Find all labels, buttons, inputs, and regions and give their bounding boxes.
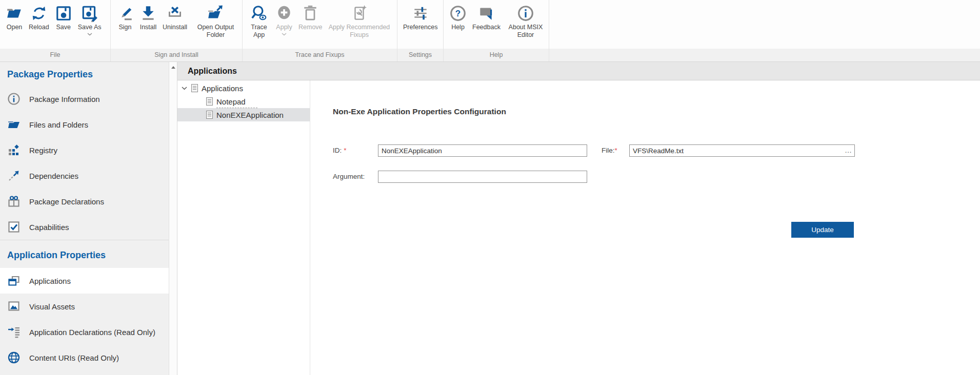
sidebar-item-package-declarations[interactable]: Package Declarations bbox=[0, 189, 169, 214]
apply-recommended-fixups-button-label: Apply Recommended Fixups bbox=[328, 24, 391, 39]
ribbon-group-sign-install-label: Sign and Install bbox=[111, 49, 242, 61]
sidebar-item-label: Capabilities bbox=[29, 223, 69, 232]
feedback-button-label: Feedback bbox=[472, 24, 501, 31]
open-folder-icon bbox=[6, 3, 23, 24]
open-button[interactable]: Open bbox=[3, 3, 26, 49]
document-icon bbox=[191, 84, 198, 92]
help-button[interactable]: ? Help bbox=[447, 3, 469, 49]
install-arrow-icon bbox=[139, 3, 157, 24]
ribbon-group-file-buttons: Open Reload Save bbox=[0, 0, 110, 49]
save-as-button[interactable]: Save As bbox=[75, 3, 104, 49]
apply-recommended-fixups-button: Apply Recommended Fixups bbox=[326, 3, 393, 49]
file-input[interactable] bbox=[629, 144, 855, 157]
help-button-label: Help bbox=[451, 24, 465, 31]
scrollbar-up-button[interactable] bbox=[169, 62, 177, 72]
tree-node-label: Applications bbox=[202, 84, 243, 93]
ribbon-filler-band bbox=[549, 49, 980, 61]
required-asterisk: * bbox=[344, 147, 346, 154]
feedback-button[interactable]: Feedback bbox=[470, 3, 503, 49]
globe-icon bbox=[7, 351, 21, 364]
ribbon-filler-space bbox=[549, 0, 980, 49]
install-button[interactable]: Install bbox=[137, 3, 159, 49]
ribbon-filler bbox=[549, 0, 980, 61]
update-button[interactable]: Update bbox=[791, 222, 854, 238]
reload-icon bbox=[30, 3, 48, 24]
chevron-down-icon bbox=[282, 33, 287, 36]
sidebar-item-capabilities[interactable]: Capabilities bbox=[0, 214, 169, 240]
install-button-label: Install bbox=[140, 24, 157, 31]
sidebar-item-applications[interactable]: Applications bbox=[0, 268, 169, 294]
rename-underline bbox=[216, 108, 257, 108]
sidebar-item-package-information[interactable]: Package Information bbox=[0, 86, 169, 112]
ribbon-group-file-label: File bbox=[0, 49, 110, 61]
msix-editor-window: Open Reload Save bbox=[0, 0, 980, 375]
open-output-folder-button[interactable]: Open Output Folder bbox=[190, 3, 241, 49]
reload-button-label: Reload bbox=[29, 24, 49, 31]
gift-icon bbox=[7, 195, 21, 208]
image-icon bbox=[7, 300, 21, 313]
id-input[interactable] bbox=[378, 144, 587, 157]
sign-pencil-icon bbox=[116, 3, 134, 24]
remove-button-label: Remove bbox=[298, 24, 323, 31]
sidebar-item-registry[interactable]: Registry bbox=[0, 137, 169, 163]
fixups-doc-icon bbox=[351, 3, 368, 24]
sidebar-item-application-declarations[interactable]: Application Declarations (Read Only) bbox=[0, 319, 169, 345]
tree-node-nonexeapplication[interactable]: NonEXEApplication bbox=[177, 108, 310, 121]
apply-button: Apply bbox=[273, 3, 295, 49]
sidebar-item-label: Package Information bbox=[29, 95, 100, 103]
browse-file-button[interactable]: … bbox=[845, 145, 852, 155]
sidebar-section-application-properties: Application Properties Applications Visu… bbox=[0, 240, 169, 370]
required-asterisk: * bbox=[615, 147, 617, 154]
uninstall-button[interactable]: Uninstall bbox=[160, 3, 190, 49]
about-msix-editor-button[interactable]: About MSIX Editor bbox=[504, 3, 548, 49]
sidebar-item-label: Package Declarations bbox=[29, 197, 104, 206]
open-output-folder-button-label: Open Output Folder bbox=[193, 24, 238, 39]
save-icon bbox=[55, 3, 72, 24]
sidebar-item-label: Content URIs (Read Only) bbox=[29, 353, 119, 362]
reload-button[interactable]: Reload bbox=[26, 3, 52, 49]
ribbon-group-help-buttons: ? Help Feedback About MSIX Editor bbox=[444, 0, 549, 49]
ribbon-group-help: ? Help Feedback About MSIX Editor bbox=[444, 0, 549, 61]
checkbox-icon bbox=[7, 220, 21, 234]
tree-node-applications[interactable]: Applications bbox=[177, 81, 310, 95]
open-button-label: Open bbox=[7, 24, 23, 31]
trace-app-button-label: Trace App bbox=[248, 24, 270, 39]
argument-field-label: Argument: bbox=[333, 173, 365, 180]
page-title-bar: Applications bbox=[177, 62, 980, 80]
tree-node-label: NonEXEApplication bbox=[216, 111, 284, 119]
ribbon-group-settings-label: Settings bbox=[397, 49, 443, 61]
sidebar-item-dependencies[interactable]: Dependencies bbox=[0, 163, 169, 189]
sidebar-scrollbar[interactable] bbox=[169, 62, 177, 375]
sidebar-item-files-and-folders[interactable]: Files and Folders bbox=[0, 112, 169, 137]
preferences-button[interactable]: Preferences bbox=[401, 3, 440, 49]
apply-button-label: Apply bbox=[276, 24, 292, 31]
svg-text:?: ? bbox=[455, 9, 461, 18]
ribbon-group-settings-buttons: Preferences bbox=[397, 0, 443, 49]
navigation-sidebar: Package Properties Package Information F… bbox=[0, 62, 169, 375]
save-button[interactable]: Save bbox=[52, 3, 75, 49]
id-field-label: ID:* bbox=[333, 147, 347, 154]
argument-input[interactable] bbox=[378, 171, 587, 183]
document-icon bbox=[206, 111, 213, 119]
scroll-up-arrow-icon bbox=[171, 66, 175, 69]
chevron-down-icon[interactable] bbox=[182, 87, 188, 90]
tree-node-label: Notepad bbox=[216, 97, 246, 106]
ribbon-group-sign-install-buttons: Sign Install Uninstall bbox=[111, 0, 242, 49]
apply-plus-icon bbox=[275, 3, 293, 24]
sidebar-item-visual-assets[interactable]: Visual Assets bbox=[0, 294, 169, 319]
trace-app-button[interactable]: Trace App bbox=[246, 3, 272, 49]
sidebar-item-label: Dependencies bbox=[29, 172, 78, 180]
sign-button[interactable]: Sign bbox=[114, 3, 136, 49]
sidebar-item-label: Files and Folders bbox=[29, 120, 88, 129]
help-question-icon: ? bbox=[449, 3, 467, 24]
sidebar-section-package-properties: Package Properties Package Information F… bbox=[0, 69, 169, 240]
ribbon-group-settings: Preferences Settings bbox=[397, 0, 444, 61]
dependency-arrow-icon bbox=[7, 169, 21, 182]
chevron-down-icon bbox=[87, 33, 92, 36]
sidebar-item-content-uris[interactable]: Content URIs (Read Only) bbox=[0, 345, 169, 370]
ribbon-group-trace-fixups-label: Trace and Fixups bbox=[243, 49, 397, 61]
uninstall-button-label: Uninstall bbox=[163, 24, 187, 31]
tree-node-notepad[interactable]: Notepad bbox=[177, 95, 310, 108]
folder-icon bbox=[7, 118, 21, 131]
main-panel: Applications Applications bbox=[177, 62, 980, 375]
